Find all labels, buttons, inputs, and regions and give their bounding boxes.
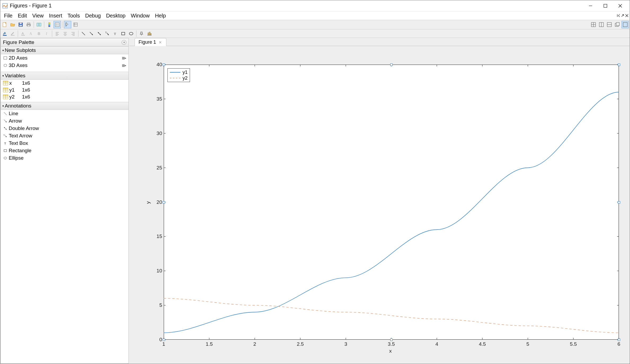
svg-rect-48 — [21, 35, 25, 36]
selection-handle[interactable] — [163, 64, 165, 66]
svg-rect-43 — [616, 23, 619, 26]
variable-size: 1x6 — [22, 80, 30, 86]
svg-rect-2 — [604, 4, 607, 7]
text-arrow-tool-button[interactable]: T — [104, 30, 111, 37]
figure-palette-panel: Figure Palette ▾ ▾ New Subplots 2D Axes … — [1, 38, 129, 363]
selection-handle[interactable] — [390, 64, 393, 66]
y-tick-label: 20 — [153, 199, 162, 205]
variable-size: 1x6 — [22, 94, 30, 100]
line-tool-button[interactable] — [80, 30, 87, 37]
new-figure-button[interactable] — [1, 21, 8, 28]
maximize-panel-button[interactable] — [622, 21, 629, 28]
annotation-item[interactable]: Rectangle — [1, 147, 128, 154]
axes-3d-item[interactable]: 3D Axes ▦▸ — [1, 62, 128, 69]
new-subplots-section-header[interactable]: ▾ New Subplots — [1, 46, 128, 54]
annotation-item[interactable]: Arrow — [1, 117, 128, 125]
open-button[interactable] — [9, 21, 16, 28]
svg-rect-21 — [48, 25, 50, 26]
svg-text:T: T — [3, 134, 5, 136]
menu-insert[interactable]: Insert — [46, 12, 65, 20]
double-arrow-tool-button[interactable] — [96, 30, 103, 37]
align-right-button[interactable] — [69, 30, 77, 37]
variables-section-header[interactable]: ▾ Variables — [1, 72, 128, 80]
grid-picker-icon[interactable]: ▦▸ — [122, 64, 126, 67]
rectangle-tool-button[interactable] — [119, 30, 127, 37]
x-tick-label: 3.5 — [387, 341, 395, 347]
svg-text:A: A — [21, 32, 24, 35]
axes-2d-item[interactable]: 2D Axes ▦▸ — [1, 54, 128, 62]
menu-tools[interactable]: Tools — [65, 12, 83, 20]
menu-desktop[interactable]: Desktop — [103, 12, 128, 20]
text-color-button[interactable]: A — [19, 30, 27, 37]
align-left-button[interactable] — [54, 30, 61, 37]
legend[interactable]: y1y2 — [167, 68, 190, 82]
menu-window[interactable]: Window — [128, 12, 152, 20]
font-button[interactable]: A — [27, 30, 35, 37]
annotation-item[interactable]: Double Arrow — [1, 125, 128, 132]
align-distribute-button[interactable] — [146, 30, 153, 37]
face-color-button[interactable] — [1, 30, 8, 37]
menu-debug[interactable]: Debug — [82, 12, 103, 20]
panel-close-icon[interactable] — [625, 13, 629, 19]
dock-collapse-icon[interactable] — [616, 13, 620, 19]
edit-plot-button[interactable] — [64, 21, 71, 28]
variable-row[interactable]: y11x6 — [1, 87, 128, 93]
annotation-item[interactable]: TText Box — [1, 140, 128, 147]
variable-row[interactable]: x1x6 — [1, 80, 128, 87]
figure-tab[interactable]: Figure 1 ✕ — [135, 38, 166, 46]
minimize-button[interactable] — [583, 0, 598, 11]
insert-colorbar-button[interactable] — [46, 21, 53, 28]
svg-rect-13 — [27, 23, 30, 24]
menu-help[interactable]: Help — [152, 12, 168, 20]
annotation-item[interactable]: Ellipse — [1, 154, 128, 162]
plot-area[interactable]: 11.522.533.544.555.560510152025303540xyy… — [129, 46, 629, 363]
svg-rect-81 — [4, 57, 7, 59]
ellipse-tool-button[interactable] — [127, 30, 135, 37]
x-tick-label: 1.5 — [205, 341, 213, 347]
menu-file[interactable]: File — [1, 12, 15, 20]
tile-2x2-button[interactable] — [590, 21, 597, 28]
variable-row[interactable]: y21x6 — [1, 93, 128, 100]
panel-menu-icon[interactable]: ▾ — [122, 40, 126, 45]
italic-button[interactable]: I — [43, 30, 51, 37]
selection-handle[interactable] — [163, 339, 165, 341]
text-box-tool-button[interactable]: T — [112, 30, 119, 37]
print-button[interactable] — [25, 21, 32, 28]
selection-handle[interactable] — [163, 201, 165, 204]
grid-picker-icon[interactable]: ▦▸ — [122, 56, 126, 60]
property-editor-button[interactable] — [72, 21, 79, 28]
selection-handle[interactable] — [618, 201, 620, 204]
menu-edit[interactable]: Edit — [15, 12, 29, 20]
annotation-item[interactable]: TText Arrow — [1, 132, 128, 140]
annotations-section-header[interactable]: ▾ Annotations — [1, 102, 128, 110]
annotation-label: Text Arrow — [9, 133, 32, 139]
close-icon[interactable]: ✕ — [159, 40, 162, 44]
selection-handle[interactable] — [390, 339, 393, 341]
annotation-icon: T — [3, 141, 8, 145]
maximize-button[interactable] — [598, 0, 613, 11]
close-button[interactable] — [613, 0, 628, 11]
align-center-button[interactable] — [61, 30, 69, 37]
variables-label: Variables — [5, 73, 25, 79]
app-window: Figures - Figure 1 File Edit View Insert… — [0, 0, 630, 364]
save-button[interactable] — [17, 21, 24, 28]
figure-palette-header[interactable]: Figure Palette ▾ — [1, 38, 128, 46]
link-axes-button[interactable] — [35, 21, 43, 28]
arrow-tool-button[interactable] — [88, 30, 95, 37]
annotation-item[interactable]: Line — [1, 110, 128, 117]
y-axis-label: y — [145, 201, 151, 204]
annotation-label: Arrow — [9, 118, 22, 124]
bold-button[interactable]: B — [35, 30, 43, 37]
tile-top-bottom-button[interactable] — [606, 21, 613, 28]
selection-handle[interactable] — [618, 64, 620, 66]
svg-rect-45 — [3, 35, 7, 36]
undock-icon[interactable] — [621, 13, 624, 19]
insert-legend-button[interactable] — [54, 21, 61, 28]
pin-button[interactable] — [138, 30, 145, 37]
menu-view[interactable]: View — [30, 12, 46, 20]
selection-handle[interactable] — [618, 339, 620, 341]
series-y1[interactable] — [164, 92, 619, 333]
float-button[interactable] — [614, 21, 621, 28]
tile-left-right-button[interactable] — [598, 21, 605, 28]
edge-color-button[interactable] — [9, 30, 16, 37]
